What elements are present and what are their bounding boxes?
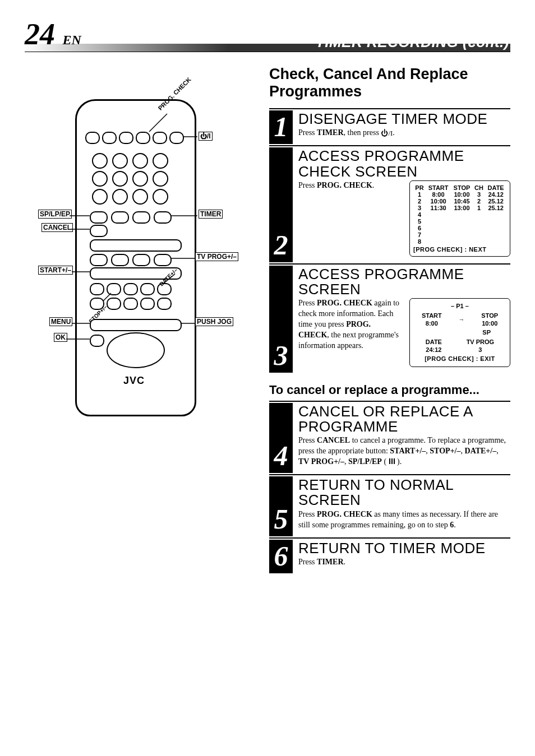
leader-line: [183, 134, 200, 140]
t: Press: [298, 510, 317, 518]
remote-btn: [111, 254, 129, 266]
step-title: RETURN TO NORMAL SCREEN: [298, 477, 510, 508]
th: CH: [473, 184, 486, 191]
t: PROG. CHECK: [317, 181, 372, 189]
t: ).: [395, 457, 402, 466]
remote-btn-circ: [132, 189, 148, 205]
td: 1: [473, 205, 486, 211]
mode: SP: [413, 328, 506, 336]
t: DATE+/–: [465, 447, 497, 455]
step-number: 6: [269, 540, 293, 573]
t: , then press: [344, 128, 381, 137]
th: STOP: [451, 184, 472, 191]
t: Press: [298, 299, 317, 307]
th: PR: [413, 184, 426, 191]
step-number: 3: [269, 266, 293, 373]
label-menu: MENU: [49, 317, 72, 326]
step-2: 2 ACCESS PROGRAMME CHECK SCREEN Press PR…: [269, 145, 510, 262]
label-power: ⏻/I: [199, 132, 213, 141]
remote-btn-circ: [92, 189, 108, 205]
remote-btn: [107, 298, 121, 310]
instructions-column: Check, Cancel And Replace Programmes 1 D…: [269, 66, 510, 574]
td: 6: [413, 225, 426, 231]
step-instruction: Press PROG. CHECK as many times as neces…: [298, 509, 510, 531]
remote-bar: [90, 239, 182, 252]
step-title: ACCESS PROGRAMME CHECK SCREEN: [298, 149, 510, 179]
leader-line: [162, 273, 178, 286]
val: 24:12: [426, 346, 442, 354]
lbl: DATE: [426, 338, 442, 346]
remote-btn: [123, 298, 138, 310]
t: CANCEL: [317, 436, 350, 444]
label-pushjog: PUSH JOG: [195, 317, 233, 326]
leader-line: [148, 113, 176, 135]
remote-btn-circ: [112, 189, 128, 205]
remote-btn: [111, 211, 129, 224]
label-start: START+/–: [38, 266, 73, 275]
leader-line: [70, 214, 91, 218]
remote-btn-cancel: [90, 225, 108, 237]
remote-btn-ok: [90, 335, 104, 347]
t: Press: [298, 436, 317, 444]
remote-btn-circ: [153, 189, 168, 205]
td: 10:45: [451, 198, 472, 205]
t: ,: [496, 447, 499, 455]
t: .: [372, 181, 375, 189]
t: TIMER: [317, 128, 343, 137]
step-1: 1 DISENGAGE TIMER MODE Press TIMER, then…: [269, 108, 510, 144]
t: Press: [298, 181, 317, 189]
t: TV PROG+/–: [298, 457, 344, 466]
osd-programme-detail: – P1 – START8:00 → STOP10:00 SP DATE24:1…: [409, 298, 510, 367]
t: PROG. CHECK: [317, 510, 372, 518]
t: Press: [298, 558, 317, 566]
step-instruction: Press PROG. CHECK.: [298, 180, 402, 191]
page-header: 24 EN TIMER RECORDING (cont.): [25, 17, 510, 52]
t: SP/LP/EP: [348, 457, 382, 466]
step-title: ACCESS PROGRAMME SCREEN: [298, 267, 510, 298]
remote-dpad: [107, 332, 165, 368]
step-number: 1: [269, 110, 293, 144]
val: 10:00: [481, 319, 498, 327]
step-6: 6 RETURN TO TIMER MODE Press TIMER.: [269, 537, 510, 573]
manual-page: 24 EN TIMER RECORDING (cont.) PROG. CHEC…: [0, 0, 535, 756]
leader-line: [170, 214, 199, 218]
td: 10:00: [426, 198, 451, 205]
remote-btn-circ: [112, 171, 128, 187]
svg-line-0: [149, 114, 167, 132]
td: 13:00: [451, 205, 472, 211]
osd-footer: [PROG CHECK] : NEXT: [413, 246, 506, 253]
label-tvprog: TV PROG+/–: [195, 252, 238, 261]
remote-brand: JVC: [123, 375, 145, 387]
step-instruction: Press PROG. CHECK again to check more in…: [298, 298, 402, 351]
lbl: TV PROG: [467, 338, 495, 346]
td: 25.12: [485, 198, 506, 205]
td: 25.12: [485, 205, 506, 211]
osd-p-header: – P1 –: [413, 302, 506, 310]
power-icon: ⏻/I: [381, 129, 393, 137]
remote-btn-circ: [132, 171, 148, 187]
remote-btn-timer: [154, 211, 172, 224]
t: .: [344, 558, 346, 566]
remote-btn: [140, 298, 155, 310]
remote-btn: [90, 254, 108, 266]
page-lang: EN: [63, 33, 81, 47]
step-3: 3 ACCESS PROGRAMME SCREEN Press PROG. CH…: [269, 263, 510, 373]
remote-btn-circ: [92, 153, 108, 169]
td: 8:00: [426, 191, 451, 198]
label-ok: OK: [54, 333, 67, 342]
remote-btn: [132, 211, 150, 224]
remote-illustration-column: PROG. CHECK ⏻/I: [25, 66, 249, 574]
t: TIMER: [317, 558, 343, 566]
step-number: 4: [269, 403, 293, 474]
remote-btn-circ: [112, 153, 128, 169]
t: ,: [344, 457, 348, 466]
leader-line: [181, 321, 196, 326]
t: PROG. CHECK: [317, 299, 372, 307]
remote-btn: [90, 298, 104, 310]
label-cancel: CANCEL: [41, 223, 73, 232]
page-number: 24 EN: [25, 17, 81, 52]
td: 2: [413, 198, 426, 205]
td: 5: [413, 218, 426, 225]
remote-btn-circ: [92, 171, 108, 187]
remote-btn: [123, 283, 138, 295]
